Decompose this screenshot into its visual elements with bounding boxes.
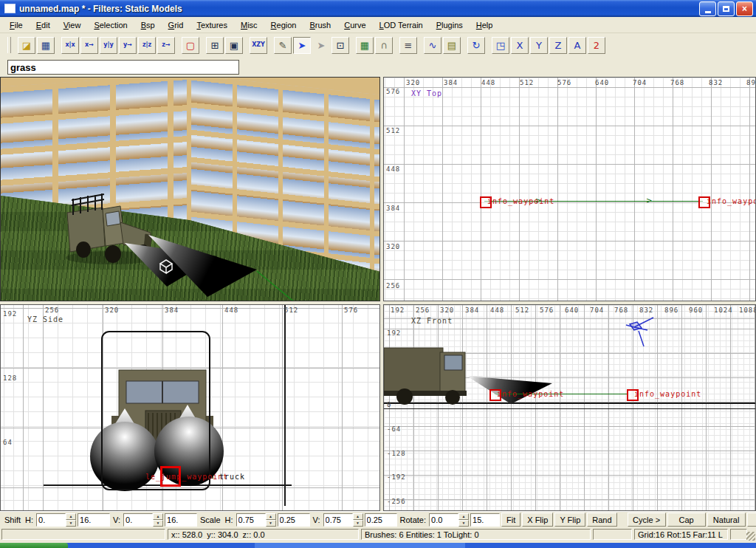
rotate-view-button[interactable]: ↻ bbox=[467, 37, 485, 54]
shift-h-step-input[interactable] bbox=[36, 513, 66, 527]
mirror-x-button[interactable]: x|x bbox=[61, 37, 79, 54]
flip-x-button[interactable]: x→ bbox=[80, 37, 98, 54]
paste-region-button[interactable]: ▢ bbox=[182, 37, 199, 54]
hide-layer2-button[interactable]: 2 bbox=[588, 37, 605, 54]
rotate-value[interactable] bbox=[470, 513, 500, 527]
toolbar-separator bbox=[486, 37, 491, 54]
dashed-window-button[interactable]: ▣ bbox=[225, 37, 243, 54]
save-floppy-icon: ▦ bbox=[41, 41, 50, 50]
shift-v-step-up-arrow-icon[interactable]: ▲ bbox=[153, 513, 163, 520]
save-button[interactable]: ▦ bbox=[37, 37, 55, 54]
ruler-xtick: 640 bbox=[595, 79, 609, 86]
menu-view[interactable]: View bbox=[57, 18, 88, 32]
menu-grid[interactable]: Grid bbox=[162, 18, 190, 32]
menu-brush[interactable]: Brush bbox=[303, 18, 337, 32]
axis-z-button[interactable]: Z bbox=[549, 37, 567, 54]
taskbar-task-button[interactable] bbox=[255, 543, 465, 548]
menu-help[interactable]: Help bbox=[470, 18, 500, 32]
canopy-wireframe[interactable] bbox=[102, 332, 210, 490]
rotate-step-down-arrow-icon[interactable]: ▼ bbox=[458, 520, 469, 527]
shift-v-step-down-arrow-icon[interactable]: ▼ bbox=[153, 520, 163, 527]
rotate-step-up-arrow-icon[interactable]: ▲ bbox=[458, 513, 469, 520]
x-flip-button[interactable]: X Flip bbox=[522, 513, 553, 527]
start-button[interactable] bbox=[0, 543, 68, 548]
scale-h-step-down-arrow-icon[interactable]: ▼ bbox=[266, 520, 276, 527]
waypoint-node-button[interactable]: ∿ bbox=[424, 37, 441, 54]
open-file-button[interactable]: ◪ bbox=[18, 37, 35, 54]
shift-v-step-input[interactable] bbox=[123, 513, 153, 527]
scale-v-step-arrows: ▲▼ bbox=[353, 513, 363, 527]
measure-button[interactable]: ▤ bbox=[443, 37, 461, 54]
axis-x-button[interactable]: X bbox=[511, 37, 529, 54]
brush-edit-button[interactable]: ✎ bbox=[274, 37, 292, 54]
fit2-button[interactable]: Fit bbox=[747, 513, 756, 527]
menu-edit[interactable]: Edit bbox=[30, 18, 57, 32]
scale-h-step-up-arrow-icon[interactable]: ▲ bbox=[266, 513, 276, 520]
menu-textures[interactable]: Textures bbox=[190, 18, 234, 32]
texture-filter-input[interactable] bbox=[7, 60, 239, 75]
cycle-button[interactable]: Cycle > bbox=[628, 513, 666, 527]
natural-button[interactable]: Natural bbox=[707, 513, 746, 527]
menu-selection[interactable]: Selection bbox=[87, 18, 134, 32]
viewport-label: XY Top bbox=[411, 89, 442, 97]
minimize-button[interactable] bbox=[699, 1, 716, 16]
viewport-xy-top[interactable]: XY Top 320384448512576640704768832896576… bbox=[383, 77, 756, 301]
entity-list-button[interactable]: ≡ bbox=[399, 37, 417, 54]
viewport-xz-front[interactable]: XZ Front bbox=[383, 304, 756, 511]
toolbar-separator bbox=[55, 37, 61, 54]
menu-file[interactable]: File bbox=[3, 18, 30, 32]
flip-x-icon: x→ bbox=[85, 42, 94, 48]
toolbar-separator bbox=[200, 37, 205, 54]
angle-button[interactable]: A bbox=[568, 37, 586, 54]
ruler-ytick: 576 bbox=[386, 88, 400, 95]
scale-v-step-down-arrow-icon[interactable]: ▼ bbox=[353, 520, 363, 527]
axis-xzy-button[interactable]: XZY bbox=[250, 37, 267, 54]
lock-button[interactable]: ∩ bbox=[375, 37, 393, 54]
menu-region[interactable]: Region bbox=[264, 18, 303, 32]
scale-h-value[interactable] bbox=[278, 513, 310, 527]
shift-h-step-up-arrow-icon[interactable]: ▲ bbox=[66, 513, 76, 520]
framed-window-button[interactable]: ⊞ bbox=[206, 37, 224, 54]
menu-lod-terrain[interactable]: LOD Terrain bbox=[373, 18, 430, 32]
scale-v-step: ▲▼ bbox=[323, 513, 363, 527]
shift-h-step-down-arrow-icon[interactable]: ▼ bbox=[66, 520, 76, 527]
y-flip-button[interactable]: Y Flip bbox=[554, 513, 585, 527]
mirror-z-button[interactable]: z|z bbox=[138, 37, 156, 54]
axis-y-button[interactable]: Y bbox=[530, 37, 548, 54]
rotate-step-input[interactable] bbox=[429, 513, 458, 527]
menu-misc[interactable]: Misc bbox=[234, 18, 264, 32]
menu-curve[interactable]: Curve bbox=[337, 18, 372, 32]
flip-z-button[interactable]: z→ bbox=[157, 37, 175, 54]
viewport-label: YZ Side bbox=[27, 315, 63, 323]
viewport-3d-perspective[interactable] bbox=[0, 77, 380, 301]
maximize-button[interactable] bbox=[718, 1, 735, 16]
menu-bsp[interactable]: Bsp bbox=[134, 18, 162, 32]
select-pointer-button[interactable]: ➤ bbox=[293, 37, 311, 54]
viewport-yz-side[interactable]: YZ Side bbox=[0, 304, 380, 511]
ruler-xtick: 384 bbox=[444, 79, 458, 86]
scale-h-step-input[interactable] bbox=[236, 513, 266, 527]
add-pointer-button[interactable]: ➤ bbox=[312, 37, 330, 54]
shift-h-value[interactable] bbox=[78, 513, 110, 527]
screen-button[interactable]: ⊡ bbox=[331, 37, 349, 54]
rand-button[interactable]: Rand bbox=[587, 513, 616, 527]
ruler-xtick: 768 bbox=[614, 306, 628, 314]
scale-v-value[interactable] bbox=[365, 513, 397, 527]
expand-window-button[interactable]: ◳ bbox=[492, 37, 509, 54]
waypoint-direction-arrow: > bbox=[646, 196, 652, 205]
resize-grip[interactable] bbox=[746, 532, 755, 541]
close-button[interactable]: × bbox=[736, 1, 753, 16]
x-letter-icon: X bbox=[517, 41, 523, 50]
shift-v-value[interactable] bbox=[165, 513, 197, 527]
viewport-label: XZ Front bbox=[411, 317, 453, 325]
cap-button[interactable]: Cap bbox=[667, 513, 706, 527]
menu-plugins[interactable]: Plugins bbox=[430, 18, 470, 32]
minimize-icon bbox=[705, 11, 711, 13]
scale-v-step-input[interactable] bbox=[323, 513, 353, 527]
flip-y-button[interactable]: y→ bbox=[119, 37, 137, 54]
texture-image-button[interactable]: ▦ bbox=[356, 37, 374, 54]
scale-v-step-up-arrow-icon[interactable]: ▲ bbox=[353, 513, 363, 520]
mirror-y-button[interactable]: y|y bbox=[100, 37, 117, 54]
light-peak-1 bbox=[103, 408, 147, 444]
fit-button[interactable]: Fit bbox=[501, 513, 520, 527]
